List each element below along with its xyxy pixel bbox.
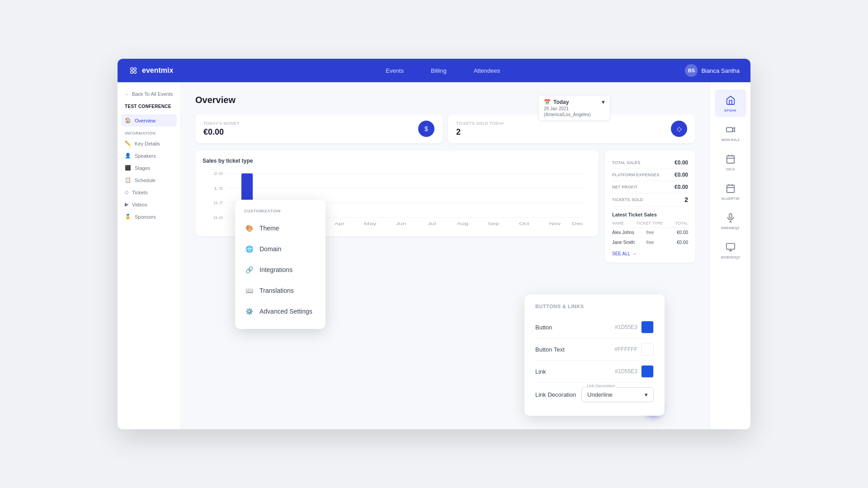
platform-expenses-label: PLATFORM EXPENSES: [612, 173, 659, 177]
ticket-table-header: Name Ticket Type Total: [612, 221, 688, 228]
right-panel-item-ereikeq2-label: EREIKEQ2: [721, 226, 739, 230]
total-sales-value: €0.00: [675, 160, 688, 166]
right-panel-item-inoenoq2[interactable]: INOENOQ2: [715, 236, 746, 264]
nav-events[interactable]: Events: [386, 67, 404, 74]
customization-domain[interactable]: 🌐 Domain: [235, 239, 326, 259]
customization-advanced-settings[interactable]: ⚙️ Advanced Settings: [235, 301, 326, 322]
platform-expenses-row: PLATFORM EXPENSES €0.00: [612, 169, 688, 181]
color-row-button: Button #1D55E3: [535, 316, 654, 338]
svg-text:Apr: Apr: [335, 221, 344, 226]
date-picker[interactable]: 📅 Today ▾ 28 Jan 2021 (America/Los_Angel…: [538, 95, 610, 121]
sidebar-item-stages[interactable]: ⬛ Stages: [118, 162, 180, 174]
sidebar-videos-label: Videos: [132, 202, 147, 207]
diamond-icon-circle: ◇: [671, 121, 687, 137]
svg-text:Nov: Nov: [549, 221, 561, 226]
svg-text:0.7: 0.7: [214, 201, 223, 205]
calendar-icon: [724, 153, 737, 165]
total-sales-label: TOTAL SALES: [612, 160, 641, 165]
link-color-right: #1D55E3: [615, 365, 654, 378]
nav-billing[interactable]: Billing: [431, 67, 447, 74]
button-text-color-swatch[interactable]: [641, 343, 654, 356]
svg-rect-25: [726, 127, 732, 131]
page-title: Overview: [195, 95, 695, 105]
button-text-color-right: #FFFFFF: [614, 343, 654, 356]
translations-label: Translations: [259, 287, 294, 294]
link-decoration-select[interactable]: Underline ▾: [581, 387, 654, 402]
event-name: TEST CONFERENCE: [118, 102, 180, 114]
col-total: Total: [675, 221, 688, 225]
sales-panel: TOTAL SALES €0.00 PLATFORM EXPENSES €0.0…: [605, 150, 695, 263]
link-decoration-value: Underline: [587, 391, 613, 398]
sidebar-item-videos[interactable]: ▶ Videos: [118, 198, 180, 211]
person-icon: 👤: [125, 153, 131, 159]
right-panel-item-og3[interactable]: OG:3: [715, 148, 746, 176]
integrations-icon: 🔗: [244, 265, 254, 275]
money-value: €0.00: [203, 127, 240, 137]
ticket-name-1: Alex Johns: [612, 230, 637, 235]
sidebar-item-key-details[interactable]: ✏️ Key Details: [118, 137, 180, 150]
right-panel-item-sluert30-label: SLUERT30: [721, 197, 739, 201]
svg-text:Dec: Dec: [572, 221, 584, 226]
right-panel-item-ereikeq2[interactable]: EREIKEQ2: [715, 207, 746, 235]
svg-text:Sep: Sep: [487, 221, 499, 226]
see-all-label: SEE ALL: [612, 251, 630, 256]
content-panel: Overview 📅 Today ▾ 28 Jan 2021 (America/…: [181, 82, 710, 429]
home2-icon: [724, 94, 737, 107]
advanced-settings-label: Advanced Settings: [259, 308, 312, 315]
sidebar-overview-label: Overview: [135, 118, 156, 123]
dollar-icon-circle: $: [418, 121, 434, 137]
stat-card-money: TODAY'S MONEY €0.00 $: [195, 114, 443, 143]
date-value: 28 Jan 2021: [544, 106, 604, 111]
customization-integrations[interactable]: 🔗 Integrations: [235, 259, 326, 280]
video-icon: ▶: [125, 202, 128, 207]
svg-text:Aug: Aug: [457, 221, 468, 226]
svg-text:Oct: Oct: [519, 221, 529, 226]
buttons-panel-title: BUTTONS & LINKS: [535, 304, 654, 309]
link-decoration-chevron-icon: ▾: [645, 391, 648, 398]
video2-icon: [724, 123, 737, 136]
sidebar-item-overview[interactable]: 🏠 Overview: [121, 114, 177, 127]
ticket-total-2: €0.00: [663, 240, 688, 245]
chart-title: Sales by ticket type: [203, 158, 591, 164]
net-profit-value: €0.00: [675, 184, 688, 190]
tickets-sold-label: TICKETS SOLD: [612, 197, 643, 202]
ticket-icon: ◇: [125, 189, 128, 195]
app-window: eventmix Events Billing Attendees BS Bia…: [118, 59, 750, 429]
customization-section-label: CUSTOMIZATION: [235, 207, 326, 218]
sidebar-speakers-label: Speakers: [135, 153, 156, 159]
link-color-swatch[interactable]: [641, 365, 654, 378]
col-type: Ticket Type: [637, 221, 663, 225]
sidebar-schedule-label: Schedule: [135, 178, 156, 183]
integrations-label: Integrations: [259, 266, 292, 273]
right-panel-item-efsh4[interactable]: EFSH4: [715, 89, 746, 117]
button-color-swatch[interactable]: [641, 321, 654, 333]
tickets-sold-value: 2: [684, 196, 688, 203]
right-panel-item-sluert30[interactable]: SLUERT30: [715, 178, 746, 205]
customization-translations[interactable]: 📖 Translations: [235, 280, 326, 301]
back-link[interactable]: ← Back To All Events: [118, 89, 180, 102]
svg-rect-30: [726, 185, 734, 193]
total-sales-row: TOTAL SALES €0.00: [612, 157, 688, 169]
color-row-button-text: Button Text #FFFFFF: [535, 338, 654, 361]
ticket-total-1: €0.00: [663, 230, 688, 235]
money-label: TODAY'S MONEY: [203, 121, 240, 126]
date-today-label: Today: [553, 99, 569, 105]
sidebar-item-schedule[interactable]: 📋 Schedule: [118, 174, 180, 186]
sidebar-item-sponsors[interactable]: 🏅 Sponsors: [118, 211, 180, 223]
right-panel-item-won8vl2[interactable]: WON 8VL2: [715, 119, 746, 146]
sidebar-key-details-label: Key Details: [135, 141, 160, 146]
home-icon: 🏠: [125, 117, 131, 123]
ticket-type-1: free: [637, 230, 663, 235]
tickets-value: 2: [456, 127, 505, 137]
see-all-link[interactable]: SEE ALL →: [612, 251, 688, 256]
customization-theme[interactable]: 🎨 Theme: [235, 218, 326, 239]
sidebar-item-speakers[interactable]: 👤 Speakers: [118, 150, 180, 162]
theme-label: Theme: [259, 225, 279, 232]
nav-attendees[interactable]: Attendees: [474, 67, 500, 74]
app-name: eventmix: [142, 66, 173, 75]
net-profit-label: NET PROFIT: [612, 185, 637, 189]
button-text-hex: #FFFFFF: [614, 346, 637, 352]
svg-rect-34: [729, 214, 732, 218]
sidebar-item-tickets[interactable]: ◇ Tickets: [118, 186, 180, 198]
tickets-label: TICKETS SOLD TODAY: [456, 121, 505, 126]
